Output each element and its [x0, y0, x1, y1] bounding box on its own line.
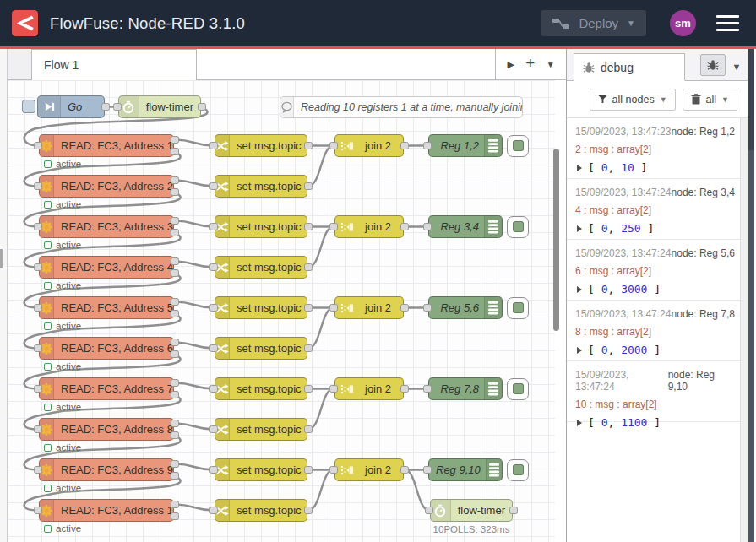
expand-caret-icon[interactable]	[577, 347, 582, 354]
join-node[interactable]: join 2	[334, 215, 404, 238]
node-input-port[interactable]	[209, 223, 218, 230]
node-input-port[interactable]	[34, 344, 42, 352]
wire[interactable]	[308, 146, 334, 187]
deploy-button[interactable]: Deploy ▼	[541, 10, 646, 36]
node-input-port[interactable]	[34, 507, 42, 514]
node-input-port[interactable]	[423, 142, 432, 149]
node-output-port[interactable]	[171, 229, 179, 236]
deploy-caret-icon[interactable]: ▼	[627, 19, 635, 28]
node-input-port[interactable]	[209, 263, 218, 271]
node-input-port[interactable]	[209, 425, 218, 433]
debug-scrollbar-track[interactable]	[740, 118, 748, 542]
node-input-port[interactable]	[423, 466, 432, 474]
node-output-port[interactable]	[171, 350, 179, 358]
node-input-port[interactable]	[209, 466, 218, 474]
debug-message[interactable]: 15/09/2023, 13:47:24 node: Reg 5,6 6 : m…	[567, 240, 740, 301]
flowtimer-node[interactable]: flow-timer	[118, 95, 201, 118]
read-node[interactable]: READ: FC3, Address 5	[39, 296, 174, 319]
node-input-port[interactable]	[34, 142, 42, 149]
read-node[interactable]: READ: FC3, Address 1	[39, 134, 174, 157]
expand-caret-icon[interactable]	[577, 286, 582, 293]
window-scrollbar-thumb[interactable]	[748, 49, 754, 150]
flow-list-caret-icon[interactable]: ▼	[547, 60, 555, 69]
node-input-port[interactable]	[34, 466, 42, 474]
debug-enable-toggle[interactable]	[507, 459, 529, 481]
debug-enable-toggle[interactable]	[507, 216, 529, 238]
node-output-port[interactable]	[304, 344, 313, 352]
tab-debug[interactable]: debug	[574, 53, 685, 81]
change-node[interactable]: set msg.topic	[215, 134, 307, 157]
debug-message[interactable]: 15/09/2023, 13:47:24 node: Reg 9,10 10 :…	[567, 361, 740, 422]
node-output-port[interactable]	[400, 385, 409, 393]
node-output-port[interactable]	[171, 420, 179, 427]
inject-node[interactable]: Go	[37, 95, 105, 118]
read-node[interactable]: READ: FC3, Address 9	[39, 458, 174, 481]
node-output-port[interactable]	[171, 339, 179, 346]
node-output-port[interactable]	[509, 507, 518, 514]
node-output-port[interactable]	[400, 142, 409, 149]
next-tab-icon[interactable]: ▶	[507, 59, 514, 70]
read-node[interactable]: READ: FC3, Address 8	[39, 418, 174, 441]
window-scrollbar[interactable]	[748, 49, 754, 542]
read-node[interactable]: READ: FC3, Address 10	[39, 499, 174, 522]
node-output-port[interactable]	[171, 460, 179, 468]
debug-message[interactable]: 15/09/2023, 13:47:23 node: Reg 1,2 2 : m…	[567, 118, 740, 179]
node-input-port[interactable]	[34, 263, 42, 271]
read-node[interactable]: READ: FC3, Address 2	[39, 175, 174, 198]
node-input-port[interactable]	[329, 142, 338, 149]
node-input-port[interactable]	[425, 507, 433, 514]
change-node[interactable]: set msg.topic	[215, 377, 307, 400]
node-input-port[interactable]	[423, 223, 432, 230]
change-node[interactable]: set msg.topic	[215, 337, 307, 360]
node-output-port[interactable]	[304, 263, 313, 271]
expand-caret-icon[interactable]	[577, 225, 582, 232]
node-output-port[interactable]	[304, 223, 313, 230]
node-output-port[interactable]	[171, 472, 179, 480]
node-input-port[interactable]	[423, 385, 432, 393]
node-output-port[interactable]	[304, 425, 313, 433]
debug-node[interactable]: Reg 3,4	[428, 215, 503, 238]
change-node[interactable]: set msg.topic	[215, 256, 307, 279]
debug-node[interactable]: Reg 7,8	[428, 377, 503, 400]
tab-flow-1[interactable]: Flow 1	[31, 49, 197, 80]
debug-enable-toggle[interactable]	[507, 135, 529, 157]
debug-enable-toggle[interactable]	[507, 378, 529, 400]
debug-message[interactable]: 15/09/2023, 13:47:24 node: Reg 7,8 8 : m…	[567, 301, 740, 361]
message-value[interactable]: [ 0, 1100 ]	[575, 416, 737, 429]
wire[interactable]	[175, 505, 214, 511]
node-input-port[interactable]	[209, 182, 218, 190]
node-output-port[interactable]	[171, 176, 179, 184]
node-output-port[interactable]	[171, 188, 179, 196]
node-input-port[interactable]	[209, 142, 218, 149]
node-input-port[interactable]	[113, 103, 122, 111]
add-flow-button[interactable]: +	[525, 54, 535, 73]
canvas-scrollbar[interactable]	[553, 149, 559, 331]
wire[interactable]	[405, 470, 429, 511]
node-input-port[interactable]	[34, 385, 42, 393]
node-output-port[interactable]	[171, 379, 179, 387]
node-output-port[interactable]	[304, 304, 313, 312]
debug-node[interactable]: Reg 9,10	[428, 458, 503, 481]
node-input-port[interactable]	[209, 507, 218, 514]
node-output-port[interactable]	[171, 310, 179, 317]
message-value[interactable]: [ 0, 250 ]	[575, 222, 737, 235]
expand-caret-icon[interactable]	[577, 420, 582, 426]
debug-clear-button[interactable]: all ▼	[683, 89, 737, 111]
node-input-port[interactable]	[34, 304, 42, 312]
flow-canvas[interactable]: Goflow-timerReading 10 registers 1 at a …	[8, 80, 566, 542]
wire[interactable]	[175, 302, 214, 308]
node-output-port[interactable]	[400, 466, 409, 474]
node-output-port[interactable]	[171, 217, 179, 225]
wire[interactable]	[175, 424, 214, 430]
debug-pane-button[interactable]	[700, 54, 726, 76]
node-input-port[interactable]	[209, 304, 218, 312]
change-node[interactable]: set msg.topic	[215, 175, 307, 198]
wire[interactable]	[308, 389, 334, 430]
node-input-port[interactable]	[209, 344, 218, 352]
node-output-port[interactable]	[198, 103, 206, 111]
node-output-port[interactable]	[171, 391, 179, 398]
change-node[interactable]: set msg.topic	[215, 499, 307, 522]
change-node[interactable]: set msg.topic	[215, 296, 307, 319]
change-node[interactable]: set msg.topic	[215, 418, 307, 441]
wire[interactable]	[175, 221, 214, 227]
